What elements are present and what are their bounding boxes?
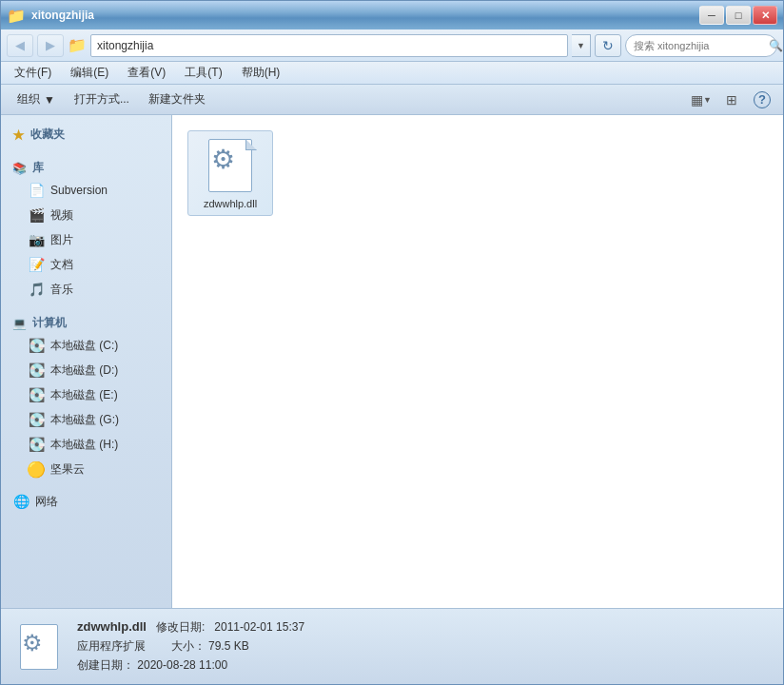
path-folder-icon: 📁 <box>68 36 87 55</box>
toolbar-right: ▦ ▼ ⊞ ? <box>688 88 775 111</box>
status-file-icon: ⚙ <box>16 622 62 672</box>
menu-help[interactable]: 帮助(H) <box>232 63 290 83</box>
window: 📁 xitongzhijia ─ □ ✕ ◀ ▶ 📁 xitongzhijia … <box>0 0 784 685</box>
drive-e-label: 本地磁盘 (E:) <box>50 387 118 403</box>
status-modify-date: 2011-02-01 15:37 <box>214 620 304 634</box>
menu-edit[interactable]: 编辑(E) <box>61 63 118 83</box>
drive-d-icon: 💽 <box>28 362 45 379</box>
drive-e-icon: 💽 <box>28 386 45 403</box>
video-label: 视频 <box>50 207 73 224</box>
file-name: zdwwhlp.dll <box>204 198 257 209</box>
pane-button[interactable]: ⊞ <box>718 88 745 111</box>
computer-icon: 💻 <box>12 317 27 330</box>
status-modify-label: 修改日期: <box>156 620 205 634</box>
address-field[interactable]: xitongzhijia <box>90 34 568 57</box>
favorites-section: ★ 收藏夹 <box>1 123 171 147</box>
menu-view[interactable]: 查看(V) <box>118 63 175 83</box>
file-grid: ⚙ zdwwhlp.dll <box>180 123 775 224</box>
sidebar-item-docs[interactable]: 📝 文档 <box>1 252 171 277</box>
sidebar-item-network[interactable]: 🌐 网络 <box>1 489 171 514</box>
library-section: 📚 库 <box>1 154 171 178</box>
docs-label: 文档 <box>50 257 73 273</box>
sidebar-item-drive-c[interactable]: 💽 本地磁盘 (C:) <box>1 333 171 358</box>
star-icon: ★ <box>12 127 25 143</box>
computer-label: 计算机 <box>32 315 67 331</box>
sidebar-item-drive-d[interactable]: 💽 本地磁盘 (D:) <box>1 358 171 382</box>
help-icon: ? <box>754 91 771 108</box>
sidebar-item-music[interactable]: 🎵 音乐 <box>1 277 171 302</box>
status-bar: ⚙ zdwwhlp.dll 修改日期: 2011-02-01 15:37 应用程… <box>1 608 783 684</box>
close-button[interactable]: ✕ <box>753 6 777 25</box>
status-created-label: 创建日期： <box>77 658 134 672</box>
sidebar-item-jianguo[interactable]: 🟡 坚果云 <box>1 457 171 481</box>
dll-gears-icon: ⚙ <box>211 147 235 173</box>
drive-h-icon: 💽 <box>28 436 45 453</box>
view-options-button[interactable]: ▦ ▼ <box>688 88 715 111</box>
status-created-line: 创建日期： 2020-08-28 11:00 <box>77 657 304 674</box>
window-title: xitongzhijia <box>31 9 94 22</box>
docs-icon: 📝 <box>28 256 45 273</box>
open-with-label: 打开方式... <box>74 91 129 108</box>
content-area: ⚙ zdwwhlp.dll <box>172 115 783 608</box>
dropdown-icon: ▼ <box>577 41 585 50</box>
status-created-date: 2020-08-28 11:00 <box>137 658 227 672</box>
refresh-button[interactable]: ↻ <box>595 34 621 57</box>
search-box: 🔍 <box>625 34 777 57</box>
back-icon: ◀ <box>15 38 25 52</box>
favorites-label: 收藏夹 <box>30 127 65 143</box>
minimize-button[interactable]: ─ <box>699 6 724 25</box>
help-button[interactable]: ? <box>749 88 775 111</box>
file-item-dll[interactable]: ⚙ zdwwhlp.dll <box>187 130 273 216</box>
drive-g-icon: 💽 <box>28 411 45 428</box>
open-with-button[interactable]: 打开方式... <box>66 88 138 111</box>
sidebar-item-drive-e[interactable]: 💽 本地磁盘 (E:) <box>1 382 171 407</box>
title-bar: 📁 xitongzhijia ─ □ ✕ <box>1 1 783 29</box>
menu-tools[interactable]: 工具(T) <box>175 63 231 83</box>
view-grid-icon: ▦ <box>691 92 703 108</box>
sidebar: ★ 收藏夹 📚 库 📄 Subversion 🎬 视频 📷 图片 <box>1 115 172 608</box>
library-icon: 📚 <box>12 162 27 175</box>
video-icon: 🎬 <box>28 206 45 224</box>
main-area: ★ 收藏夹 📚 库 📄 Subversion 🎬 视频 📷 图片 <box>1 115 783 608</box>
pane-icon: ⊞ <box>726 92 737 108</box>
title-bar-controls: ─ □ ✕ <box>699 6 777 25</box>
computer-section: 💻 计算机 <box>1 309 171 333</box>
drive-h-label: 本地磁盘 (H:) <box>50 437 118 453</box>
status-type-label: 应用程序扩展 <box>77 639 146 653</box>
menu-file[interactable]: 文件(F) <box>5 63 61 83</box>
organize-button[interactable]: 组织 ▼ <box>9 88 64 111</box>
images-icon: 📷 <box>28 231 45 248</box>
address-dropdown[interactable]: ▼ <box>572 34 591 57</box>
subversion-label: Subversion <box>50 184 108 197</box>
back-button[interactable]: ◀ <box>7 34 33 57</box>
jianguo-label: 坚果云 <box>50 461 85 478</box>
drive-d-label: 本地磁盘 (D:) <box>50 362 118 379</box>
status-size-label: 大小： <box>171 639 206 653</box>
status-info: zdwwhlp.dll 修改日期: 2011-02-01 15:37 应用程序扩… <box>77 619 304 674</box>
drive-c-label: 本地磁盘 (C:) <box>50 338 118 354</box>
title-bar-left: 📁 xitongzhijia <box>7 7 94 25</box>
refresh-icon: ↻ <box>602 38 614 53</box>
search-icon[interactable]: 🔍 <box>769 39 783 52</box>
network-label: 网络 <box>35 494 58 510</box>
images-label: 图片 <box>50 232 73 248</box>
address-text: xitongzhijia <box>97 39 153 52</box>
sidebar-item-images[interactable]: 📷 图片 <box>1 227 171 252</box>
new-folder-button[interactable]: 新建文件夹 <box>140 88 214 111</box>
sidebar-item-video[interactable]: 🎬 视频 <box>1 203 171 227</box>
view-dropdown-icon: ▼ <box>703 95 712 105</box>
library-label: 库 <box>32 160 44 176</box>
search-input[interactable] <box>634 40 765 51</box>
dll-file-icon: ⚙ <box>202 137 259 194</box>
forward-button[interactable]: ▶ <box>37 34 64 57</box>
status-size-value: 79.5 KB <box>208 639 249 653</box>
sidebar-item-subversion[interactable]: 📄 Subversion <box>1 178 171 203</box>
jianguo-icon: 🟡 <box>28 460 45 478</box>
sidebar-item-drive-g[interactable]: 💽 本地磁盘 (G:) <box>1 407 171 432</box>
organize-dropdown-icon: ▼ <box>44 93 55 107</box>
drive-g-label: 本地磁盘 (G:) <box>50 412 119 428</box>
sidebar-item-drive-h[interactable]: 💽 本地磁盘 (H:) <box>1 432 171 457</box>
music-label: 音乐 <box>50 282 73 298</box>
status-type-line: 应用程序扩展 大小： 79.5 KB <box>77 638 304 655</box>
maximize-button[interactable]: □ <box>726 6 751 25</box>
